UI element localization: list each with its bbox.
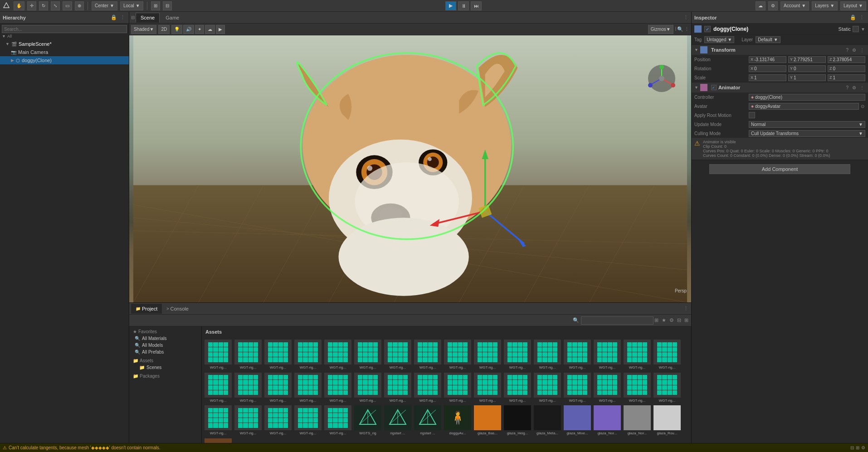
asset-item[interactable]: WGT-rig... [443, 339, 472, 371]
asset-item[interactable]: WGT-rig... [323, 372, 352, 404]
asset-item[interactable]: WGT-rig... [503, 339, 532, 371]
position-y-field[interactable]: Y 2.779251 [788, 56, 826, 63]
transform-help-btn[interactable]: ? [845, 48, 849, 53]
asset-item[interactable]: WGT-rig... [204, 404, 233, 437]
asset-item[interactable]: WGT-rig... [443, 372, 472, 404]
asset-item[interactable]: WGT-rig... [353, 372, 382, 404]
play-btn[interactable]: ▶ [445, 1, 456, 10]
viewport[interactable]: Persp [129, 35, 691, 302]
audio-tool-btn[interactable]: 🔊 [183, 25, 194, 34]
rotation-x-field[interactable]: X 0 [749, 65, 786, 72]
asset-item[interactable]: WGT-rig... [653, 372, 682, 404]
asset-item[interactable]: WGT-rig... [533, 339, 562, 371]
inspector-menu-btn[interactable]: ⋮ [858, 15, 865, 20]
tag-dropdown[interactable]: Untagged ▼ [704, 36, 734, 43]
asset-item[interactable]: WGT-rig... [323, 339, 352, 371]
layers-dropdown[interactable]: Layers ▼ [812, 1, 838, 10]
hierarchy-item-samplescene[interactable]: ▼ 🎬 SampleScene* [0, 40, 129, 48]
rotation-z-field[interactable]: Z 0 [828, 65, 865, 72]
account-dropdown[interactable]: Account ▼ [780, 1, 809, 10]
hierarchy-menu-btn[interactable]: ⋮ [119, 15, 126, 20]
gizmo-widget[interactable] [646, 63, 678, 94]
anim-tool-btn[interactable]: ▶ [216, 25, 225, 34]
scale-z-field[interactable]: Z 1 [828, 74, 865, 81]
animator-help-btn[interactable]: ? [845, 85, 849, 90]
status-icon-2[interactable]: ⊞ [856, 445, 859, 450]
controller-field[interactable]: ◈ doggy(Clone) [749, 94, 865, 101]
pivot-mode-btn[interactable]: Center ▼ [92, 1, 117, 10]
scene-lock-btn[interactable]: ⋮ [683, 15, 689, 20]
assets-layout-btn[interactable]: ⊞ [653, 317, 659, 323]
asset-item[interactable]: WGT-rig... [383, 372, 412, 404]
tab-project[interactable]: 📁 Project [131, 304, 162, 314]
all-prefabs-item[interactable]: 🔍 All Prefabs [131, 349, 200, 355]
add-component-btn[interactable]: Add Component [709, 164, 850, 174]
asset-item[interactable]: WGTS_rig [353, 404, 382, 437]
assets-settings-btn[interactable]: ⚙ [668, 317, 675, 323]
asset-item[interactable]: telo_Base... [204, 437, 233, 443]
mode-2d-btn[interactable]: 2D [158, 25, 170, 34]
asset-item[interactable]: WGT-rig... [593, 372, 622, 404]
inspector-lock-btn[interactable]: 🔒 [849, 15, 857, 20]
tab-game[interactable]: Game [161, 13, 184, 23]
asset-item[interactable]: glaza_Nor... [593, 404, 622, 437]
pause-btn[interactable]: ⏸ [458, 1, 469, 10]
update-mode-dropdown[interactable]: Normal ▼ [749, 121, 865, 128]
assets-zoom-btn[interactable]: ⊟ [676, 317, 682, 323]
assets-star-btn[interactable]: ★ [661, 317, 667, 323]
scenes-item[interactable]: 📁 Scenes [131, 364, 200, 371]
scale-x-field[interactable]: X 1 [749, 74, 786, 81]
scale-y-field[interactable]: Y 1 [788, 74, 826, 81]
asset-item[interactable]: WGT-rig... [473, 339, 502, 371]
asset-item[interactable]: WGT-rig... [503, 372, 532, 404]
asset-item[interactable]: WGT-rig... [383, 339, 412, 371]
asset-item[interactable]: rigstart ... [413, 404, 442, 437]
shading-dropdown-btn[interactable]: Shaded ▼ [131, 25, 156, 34]
asset-item[interactable]: WGT-rig... [263, 404, 293, 437]
extra-tool-btn[interactable]: ⊞ [151, 1, 160, 10]
position-x-field[interactable]: X -3.131746 [749, 56, 786, 63]
asset-item[interactable]: WGT-rig... [623, 339, 652, 371]
status-icon-1[interactable]: ⊟ [850, 445, 854, 450]
transform-header[interactable]: ▼ Transform ? ⚙ ⋮ [692, 45, 868, 55]
asset-item[interactable]: glaza_Heig... [503, 404, 532, 437]
avatar-field[interactable]: ◈ doggyAvatar [749, 103, 859, 110]
space-mode-btn[interactable]: Local ▼ [120, 1, 143, 10]
rotation-y-field[interactable]: Y 0 [788, 65, 826, 72]
asset-item[interactable]: WGT-rig... [653, 339, 682, 371]
hierarchy-lock-btn[interactable]: 🔒 [110, 15, 118, 20]
hierarchy-item-doggy[interactable]: ▶ ⬡ doggy(Clone) [0, 56, 129, 64]
asset-item[interactable]: glaza_Rou... [653, 404, 682, 437]
static-checkbox[interactable] [853, 26, 859, 32]
project-lock-btn[interactable]: ⋮ [683, 306, 689, 311]
asset-item[interactable]: WGT-rig... [263, 372, 293, 404]
animator-menu-btn[interactable]: ⋮ [859, 85, 865, 90]
status-icon-3[interactable]: ⚙ [861, 445, 865, 450]
animator-enable-checkbox[interactable]: ✓ [711, 85, 717, 90]
asset-item[interactable]: rigstart ... [383, 404, 412, 437]
gizmos-toggle-btn[interactable]: Gizmos ▼ [648, 25, 673, 34]
asset-item[interactable]: WGT-rig... [413, 339, 442, 371]
layer-dropdown[interactable]: Default ▼ [756, 36, 780, 43]
asset-item[interactable]: WGT-rig... [563, 372, 592, 404]
step-btn[interactable]: ⏭ [471, 1, 482, 10]
layout-dropdown[interactable]: Layout ▼ [840, 1, 866, 10]
hierarchy-search-input[interactable] [2, 25, 127, 33]
scale-tool-btn[interactable]: ⤡ [51, 1, 60, 10]
asset-item[interactable]: WGT-rig... [204, 339, 233, 371]
asset-item[interactable]: glaza_Nor... [623, 404, 652, 437]
hierarchy-item-maincamera[interactable]: 📷 Main Camera [0, 48, 129, 56]
tab-scene[interactable]: Scene [136, 13, 160, 23]
fx-tool-btn[interactable]: ✦ [195, 25, 204, 34]
avatar-target-btn[interactable]: ⊙ [860, 104, 865, 109]
all-materials-item[interactable]: 🔍 All Materials [131, 335, 200, 342]
asset-item[interactable]: WGT-rig... [563, 339, 592, 371]
asset-item[interactable]: glaza_Mixe... [563, 404, 592, 437]
static-arrow[interactable]: ▼ [861, 27, 865, 32]
transform-settings-btn[interactable]: ⚙ [851, 48, 857, 53]
assets-zoom2-btn[interactable]: ⊞ [683, 317, 689, 323]
tab-console[interactable]: > Console [162, 304, 193, 314]
animator-header[interactable]: ▼ ✓ Animator ? ⚙ ⋮ [692, 83, 868, 92]
asset-item[interactable]: WGT-rig... [623, 372, 652, 404]
asset-item[interactable]: WGT-rig... [234, 339, 263, 371]
